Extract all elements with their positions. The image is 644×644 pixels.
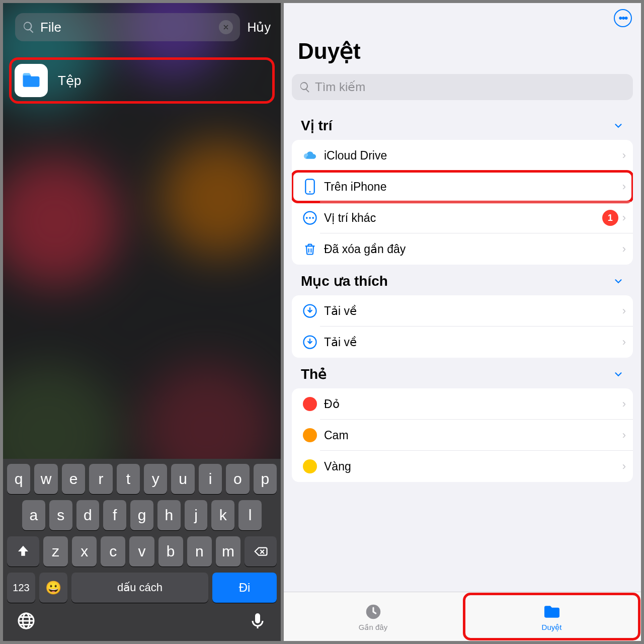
chevron-right-icon: › [622, 149, 626, 162]
row-label: Cam [324, 429, 622, 442]
key-e[interactable]: e [62, 464, 85, 494]
location-on-iphone[interactable]: Trên iPhone› [292, 171, 633, 202]
tab-browse[interactable]: Duyệt [462, 592, 641, 641]
files-app-icon [15, 64, 48, 97]
key-h[interactable]: h [157, 500, 181, 530]
chevron-right-icon: › [622, 180, 626, 193]
key-q[interactable]: q [7, 464, 30, 494]
tag-orange[interactable]: Cam› [292, 420, 633, 451]
download-icon [300, 303, 320, 318]
chevron-right-icon: › [622, 211, 626, 224]
key-z[interactable]: z [43, 536, 68, 567]
section-title: Thẻ [301, 366, 327, 382]
key-y[interactable]: y [144, 464, 167, 494]
iphone-icon [300, 179, 320, 195]
key-k[interactable]: k [211, 500, 234, 530]
section-header-locations[interactable]: Vị trí [292, 109, 633, 140]
key-n[interactable]: n [187, 536, 212, 567]
browse-search-field[interactable]: Tìm kiếm [292, 74, 633, 100]
chevron-down-icon [613, 120, 624, 131]
trash-icon [300, 242, 320, 256]
nav-bar: ••• [284, 3, 641, 33]
spotlight-search-screen: Hủy Tệp qwertyuiop asdfghjkl zxcvbnm 123… [0, 0, 282, 644]
key-f[interactable]: f [103, 500, 126, 530]
tags-list: Đỏ› Cam› Vàng› [292, 388, 633, 482]
section-header-favorites[interactable]: Mục ưa thích [292, 265, 633, 295]
tab-recent[interactable]: Gần đây [284, 592, 462, 641]
favorite-downloads[interactable]: Tải về› [292, 295, 633, 327]
chevron-down-icon [613, 276, 624, 287]
search-result-files-app[interactable]: Tệp [9, 57, 275, 104]
search-result-label: Tệp [58, 73, 81, 89]
svg-point-4 [309, 191, 311, 193]
section-header-tags[interactable]: Thẻ [292, 358, 633, 388]
numeric-key[interactable]: 123 [7, 573, 35, 603]
favorite-downloads[interactable]: Tải về› [292, 327, 633, 358]
clear-button[interactable] [219, 20, 233, 34]
dictation-key[interactable] [248, 611, 268, 631]
chevron-right-icon: › [622, 429, 626, 442]
key-s[interactable]: s [49, 500, 72, 530]
key-d[interactable]: d [76, 500, 100, 530]
chevron-right-icon: › [622, 243, 626, 256]
page-title: Duyệt [284, 33, 641, 69]
chevron-right-icon: › [622, 304, 626, 317]
location-other[interactable]: Vị trí khác1› [292, 202, 633, 233]
svg-point-7 [309, 217, 311, 219]
go-key[interactable]: Đi [212, 573, 277, 603]
on-screen-keyboard[interactable]: qwertyuiop asdfghjkl zxcvbnm 123 😀 dấu c… [3, 459, 281, 641]
tag-yellow[interactable]: Vàng› [292, 451, 633, 482]
key-v[interactable]: v [129, 536, 154, 567]
key-c[interactable]: c [101, 536, 125, 567]
key-r[interactable]: r [89, 464, 112, 494]
search-field[interactable] [15, 13, 240, 41]
chevron-down-icon [613, 369, 624, 380]
icloud-icon [300, 147, 320, 164]
files-browse-screen: ••• Duyệt Tìm kiếm Vị trí iCloud Drive› … [282, 0, 644, 644]
key-l[interactable]: l [238, 500, 262, 530]
search-header: Hủy [3, 3, 281, 48]
more-button[interactable]: ••• [614, 9, 632, 27]
row-label: iCloud Drive [324, 149, 622, 163]
key-i[interactable]: i [199, 464, 222, 494]
key-a[interactable]: a [22, 500, 45, 530]
location-icloud-drive[interactable]: iCloud Drive› [292, 140, 633, 171]
tab-label: Gần đây [359, 623, 387, 632]
chevron-right-icon: › [622, 460, 626, 473]
key-j[interactable]: j [185, 500, 208, 530]
search-input[interactable] [40, 20, 214, 35]
search-placeholder: Tìm kiếm [315, 80, 365, 94]
folder-icon [542, 602, 562, 622]
row-label: Đỏ [324, 397, 622, 411]
backspace-key[interactable] [245, 536, 277, 567]
shift-key[interactable] [7, 536, 39, 567]
favorites-list: Tải về› Tải về› [292, 295, 633, 358]
emoji-key[interactable]: 😀 [39, 573, 67, 603]
tab-label: Duyệt [542, 623, 562, 632]
section-title: Mục ưa thích [301, 273, 388, 289]
key-b[interactable]: b [158, 536, 183, 567]
key-o[interactable]: o [226, 464, 249, 494]
search-icon [299, 81, 311, 93]
row-label: Tải về [324, 336, 622, 349]
tag-red[interactable]: Đỏ› [292, 388, 633, 420]
more-locations-icon [300, 210, 320, 225]
space-key[interactable]: dấu cách [71, 573, 208, 603]
key-w[interactable]: w [34, 464, 57, 494]
notification-badge: 1 [602, 210, 618, 226]
location-recently-deleted[interactable]: Đã xóa gần đây› [292, 233, 633, 265]
download-icon [300, 335, 320, 350]
key-u[interactable]: u [171, 464, 194, 494]
close-icon [222, 24, 229, 31]
globe-key[interactable] [16, 611, 36, 631]
row-label: Trên iPhone [324, 180, 622, 194]
key-p[interactable]: p [254, 464, 277, 494]
key-g[interactable]: g [130, 500, 153, 530]
cancel-button[interactable]: Hủy [247, 20, 273, 35]
search-icon [22, 21, 35, 34]
key-m[interactable]: m [216, 536, 240, 567]
row-label: Vị trí khác [324, 211, 602, 225]
key-x[interactable]: x [72, 536, 97, 567]
key-t[interactable]: t [117, 464, 140, 494]
row-label: Vàng [324, 460, 622, 473]
